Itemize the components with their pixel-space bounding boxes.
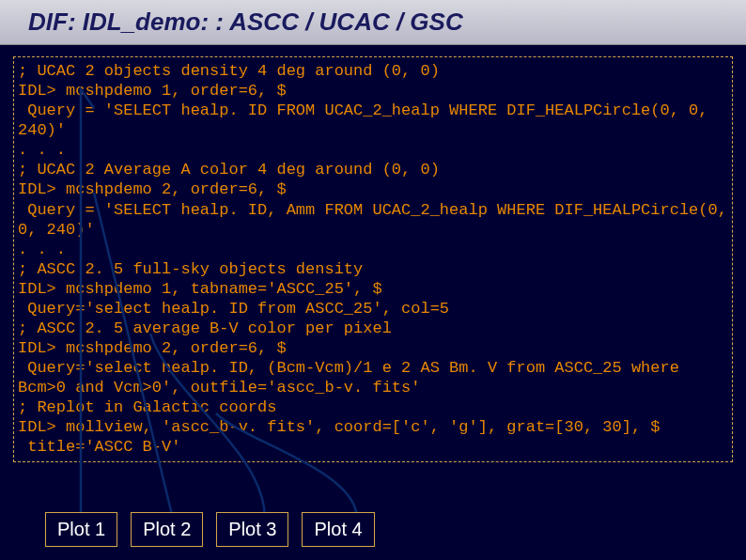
plot2-button[interactable]: Plot 2 xyxy=(131,512,203,547)
plot4-button[interactable]: Plot 4 xyxy=(302,512,374,547)
title-bar: DIF: IDL_demo: : ASCC / UCAC / GSC xyxy=(0,0,746,45)
code-text: ; UCAC 2 objects density 4 deg around (0… xyxy=(18,61,728,458)
code-block: ; UCAC 2 objects density 4 deg around (0… xyxy=(13,56,733,462)
page-title: DIF: IDL_demo: : ASCC / UCAC / GSC xyxy=(28,8,718,37)
plot1-button[interactable]: Plot 1 xyxy=(45,512,117,547)
buttons-row: Plot 1 Plot 2 Plot 3 Plot 4 xyxy=(45,512,375,547)
plot3-button[interactable]: Plot 3 xyxy=(216,512,288,547)
